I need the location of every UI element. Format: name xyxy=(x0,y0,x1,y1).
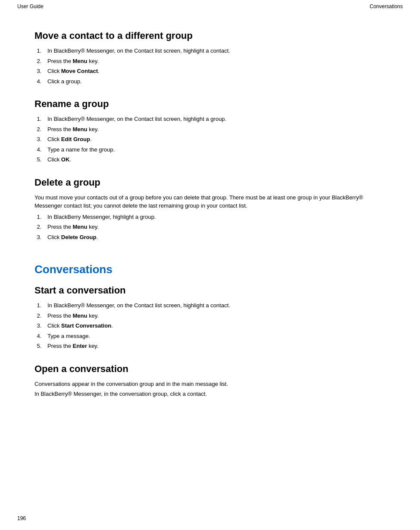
list-item: In BlackBerry Messenger, highlight a gro… xyxy=(43,213,386,221)
open-conversation-line2: In BlackBerry® Messenger, in the convers… xyxy=(34,390,386,398)
list-item: Type a message. xyxy=(43,332,386,341)
section-open-conversation: Open a conversation Conversations appear… xyxy=(34,363,386,398)
list-item: Press the Enter key. xyxy=(43,342,386,350)
section-title-start-conversation: Start a conversation xyxy=(34,285,386,296)
page-number: 196 xyxy=(17,515,26,521)
bold-text: Menu xyxy=(73,126,88,132)
list-item: Type a name for the group. xyxy=(43,145,386,154)
section-title-rename-group: Rename a group xyxy=(34,98,386,110)
bold-text: Delete Group xyxy=(61,234,97,240)
list-item: Press the Menu key. xyxy=(43,125,386,134)
list-item: Press the Menu key. xyxy=(43,223,386,231)
list-item: Click a group. xyxy=(43,77,386,86)
header-right: Conversations xyxy=(370,3,403,9)
bold-text: Menu xyxy=(73,312,88,319)
list-item: In BlackBerry® Messenger, on the Contact… xyxy=(43,47,386,55)
list-item: Click OK. xyxy=(43,155,386,164)
section-delete-group: Delete a group You must move your contac… xyxy=(34,177,386,242)
list-item: Click Move Contact. xyxy=(43,67,386,76)
list-item: Click Edit Group. xyxy=(43,135,386,144)
list-item: In BlackBerry® Messenger, on the Contact… xyxy=(43,115,386,123)
bold-text: Edit Group xyxy=(61,136,90,142)
steps-move-contact: In BlackBerry® Messenger, on the Contact… xyxy=(43,47,386,85)
steps-start-conversation: In BlackBerry® Messenger, on the Contact… xyxy=(43,301,386,350)
list-item: Press the Menu key. xyxy=(43,57,386,66)
section-rename-group: Rename a group In BlackBerry® Messenger,… xyxy=(34,98,386,164)
bold-text: Enter xyxy=(73,343,87,349)
page-header: User Guide Conversations xyxy=(0,0,420,13)
steps-rename-group: In BlackBerry® Messenger, on the Contact… xyxy=(43,115,386,164)
list-item: Click Delete Group. xyxy=(43,233,386,242)
list-item: Press the Menu key. xyxy=(43,312,386,320)
bold-text: Menu xyxy=(73,224,88,230)
conversations-heading: Conversations xyxy=(34,263,386,276)
section-start-conversation: Start a conversation In BlackBerry® Mess… xyxy=(34,285,386,350)
section-title-open-conversation: Open a conversation xyxy=(34,363,386,375)
list-item: In BlackBerry® Messenger, on the Contact… xyxy=(43,301,386,310)
section-move-contact: Move a contact to a different group In B… xyxy=(34,30,386,85)
open-conversation-line1: Conversations appear in the conversation… xyxy=(34,380,386,388)
header-left: User Guide xyxy=(17,3,44,9)
bold-text: OK xyxy=(61,156,70,163)
steps-delete-group: In BlackBerry Messenger, highlight a gro… xyxy=(43,213,386,242)
bold-text: Move Contact xyxy=(61,68,98,74)
page-footer: 196 xyxy=(17,515,26,521)
delete-group-description: You must move your contacts out of a gro… xyxy=(34,193,386,210)
section-title-delete-group: Delete a group xyxy=(34,177,386,188)
bold-text: Menu xyxy=(73,58,88,64)
bold-text: Start Conversation xyxy=(61,322,111,329)
main-content: Move a contact to a different group In B… xyxy=(0,13,420,437)
list-item: Click Start Conversation. xyxy=(43,322,386,330)
section-title-move-contact: Move a contact to a different group xyxy=(34,30,386,41)
